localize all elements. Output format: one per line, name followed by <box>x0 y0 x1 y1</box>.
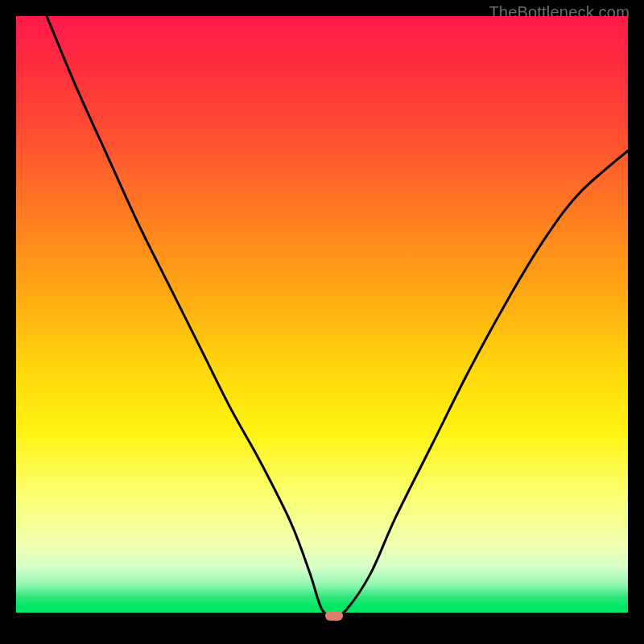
curve-svg <box>16 16 628 628</box>
chart-frame: TheBottleneck.com <box>0 0 644 644</box>
bottleneck-curve-path <box>47 16 628 616</box>
optimum-marker <box>325 611 343 621</box>
plot-area <box>16 16 628 628</box>
